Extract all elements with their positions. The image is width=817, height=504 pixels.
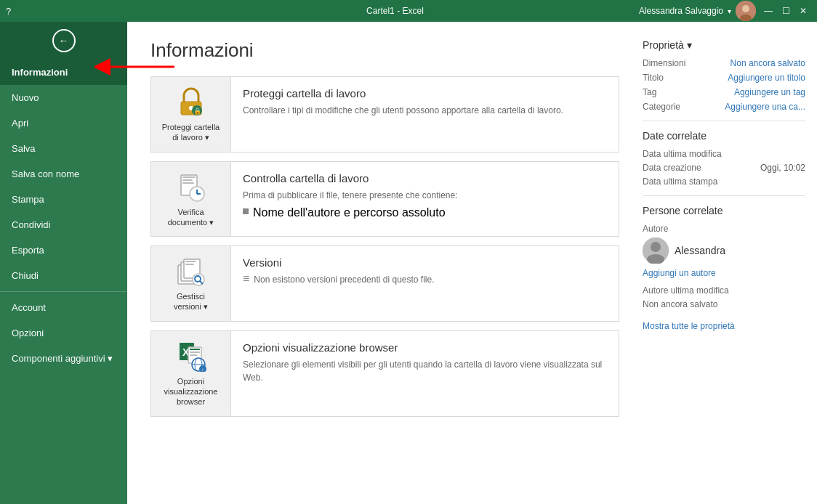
- window-title: Cartel1 - Excel: [151, 6, 639, 16]
- svg-point-37: [651, 242, 661, 252]
- prop-dimensioni: Dimensioni Non ancora salvato: [643, 58, 805, 68]
- card-controlla-bullet: Nome dell'autore e percorso assoluto: [243, 206, 607, 219]
- card-versioni-title: Versioni: [243, 256, 607, 269]
- author-label: Autore: [643, 224, 668, 234]
- card-proteggi-button[interactable]: 🔒 Proteggi cartelladi lavoro ▾: [151, 77, 231, 152]
- card-controlla-label: Verificadocumento ▾: [168, 207, 214, 228]
- svg-rect-19: [185, 261, 196, 262]
- date-creazione-label: Data creazione: [643, 163, 701, 173]
- date-ultima-modifica: Data ultima modifica: [643, 149, 805, 159]
- card-controlla: Verificadocumento ▾ Controlla cartella d…: [150, 161, 619, 237]
- svg-text:🔒: 🔒: [193, 107, 201, 115]
- svg-text:i: i: [202, 367, 203, 372]
- sidebar-item-nuovo[interactable]: Nuovo: [0, 85, 127, 110]
- sidebar-divider: [0, 291, 127, 292]
- author-label-row: Autore: [643, 224, 805, 234]
- prop-titolo-label: Titolo: [643, 73, 701, 83]
- prop-categorie: Categorie Aggiungere una ca...: [643, 102, 805, 112]
- date-ultima-stampa-label: Data ultima stampa: [643, 176, 717, 187]
- sidebar-item-account[interactable]: Account: [0, 295, 127, 320]
- card-versioni-button[interactable]: Gestisciversioni ▾: [151, 246, 231, 321]
- annotation-arrow: [94, 52, 182, 84]
- card-browser-button[interactable]: X i Opzioni visua: [151, 331, 231, 416]
- card-versioni-label: Gestisciversioni ▾: [174, 291, 208, 312]
- svg-rect-12: [182, 182, 194, 184]
- card-proteggi-desc: Controllare i tipi di modifiche che gli …: [243, 104, 607, 117]
- sidebar-item-opzioni[interactable]: Opzioni: [0, 320, 127, 346]
- avatar-image: [736, 1, 756, 21]
- show-all-properties-link[interactable]: Mostra tutte le proprietà: [643, 321, 735, 331]
- add-author-link[interactable]: Aggiungi un autore: [643, 268, 805, 278]
- prop-categorie-label: Categorie: [643, 102, 701, 112]
- properties-section-title: Proprietà ▾: [643, 39, 805, 51]
- prop-dimensioni-label: Dimensioni: [643, 58, 701, 68]
- minimize-button[interactable]: —: [760, 3, 776, 19]
- svg-rect-10: [182, 176, 196, 178]
- sidebar-item-stampa[interactable]: Stampa: [0, 187, 127, 212]
- show-all-section: Mostra tutte le proprietà: [643, 318, 805, 331]
- last-modified-label: Autore ultima modifica: [643, 285, 729, 296]
- svg-rect-20: [185, 264, 194, 265]
- card-browser: X i Opzioni visua: [150, 330, 619, 417]
- bullet-icon: [243, 208, 249, 214]
- sidebar-nav: Informazioni Nuovo Apri Salva Salva con …: [0, 60, 127, 504]
- maximize-button[interactable]: ☐: [778, 3, 794, 19]
- prop-titolo: Titolo Aggiungere un titolo: [643, 73, 805, 83]
- check-document-icon: [175, 171, 207, 203]
- sidebar-item-chiudi[interactable]: Chiudi: [0, 263, 127, 288]
- prop-dimensioni-value[interactable]: Non ancora salvato: [701, 58, 805, 68]
- panel-divider-2: [643, 195, 805, 196]
- author-row: Alessandra: [643, 237, 805, 264]
- close-button[interactable]: ✕: [795, 3, 811, 19]
- sidebar-item-salva[interactable]: Salva: [0, 136, 127, 161]
- panel-divider-1: [643, 121, 805, 121]
- prop-categorie-value[interactable]: Aggiungere una ca...: [701, 102, 805, 112]
- prop-tag-value[interactable]: Aggiungere un tag: [701, 87, 805, 97]
- back-icon: ←: [52, 29, 76, 52]
- svg-point-1: [742, 5, 749, 12]
- sidebar-item-condividi[interactable]: Condividi: [0, 212, 127, 237]
- browser-icon: X i: [175, 340, 207, 372]
- date-ultima-modifica-label: Data ultima modifica: [643, 149, 722, 159]
- card-controlla-desc: Prima di pubblicare il file, tenere pres…: [243, 189, 607, 202]
- svg-rect-28: [190, 351, 200, 353]
- card-browser-title: Opzioni visualizzazione browser: [243, 341, 607, 354]
- user-dropdown-icon[interactable]: ▾: [728, 7, 731, 15]
- sidebar-item-salva-con-nome[interactable]: Salva con nome: [0, 161, 127, 187]
- window-controls: — ☐ ✕: [760, 3, 811, 19]
- prop-tag: Tag Aggiungere un tag: [643, 87, 805, 97]
- sidebar-item-esporta[interactable]: Esporta: [0, 237, 127, 263]
- card-browser-content: Opzioni visualizzazione browser Selezion…: [231, 331, 619, 394]
- help-button[interactable]: ?: [6, 6, 11, 17]
- author-info: Alessandra: [675, 245, 725, 256]
- author-name: Alessandra: [675, 245, 725, 256]
- card-browser-desc: Selezionare gli elementi visibili per gl…: [243, 358, 607, 384]
- sidebar: ← Informazioni Nuovo Apri Salva Salva co…: [0, 22, 127, 504]
- content-area: Informazioni 🔒 Proteggi cartelladi lavor…: [127, 22, 643, 504]
- right-panel: Proprietà ▾ Dimensioni Non ancora salvat…: [643, 22, 817, 504]
- user-name-label: Alessandra Salvaggio: [639, 6, 723, 16]
- date-creazione: Data creazione Oggi, 10:02: [643, 163, 805, 173]
- persons-section-title: Persone correlate: [643, 205, 805, 216]
- user-avatar[interactable]: [736, 1, 756, 21]
- sidebar-item-componenti[interactable]: Componenti aggiuntivi ▾: [0, 346, 127, 371]
- card-proteggi-content: Proteggi cartella di lavoro Controllare …: [231, 77, 619, 127]
- last-modified-section: Autore ultima modifica Non ancora salvat…: [643, 285, 805, 309]
- card-versioni-desc: ≡ Non esistono versioni precedenti di qu…: [243, 273, 607, 286]
- card-proteggi-title: Proteggi cartella di lavoro: [243, 87, 607, 99]
- last-modified-label-row: Autore ultima modifica: [643, 285, 805, 296]
- card-controlla-content: Controlla cartella di lavoro Prima di pu…: [231, 162, 619, 229]
- versions-icon: [175, 255, 207, 287]
- sidebar-item-apri[interactable]: Apri: [0, 110, 127, 136]
- card-proteggi-label: Proteggi cartelladi lavoro ▾: [162, 122, 220, 143]
- author-avatar: [643, 237, 669, 264]
- card-controlla-button[interactable]: Verificadocumento ▾: [151, 162, 231, 237]
- svg-rect-29: [190, 354, 197, 356]
- card-versioni: Gestisciversioni ▾ Versioni ≡ Non esisto…: [150, 245, 619, 322]
- lock-icon: 🔒: [175, 86, 207, 118]
- prop-titolo-value[interactable]: Aggiungere un titolo: [701, 73, 805, 83]
- prop-tag-label: Tag: [643, 87, 701, 97]
- date-creazione-value: Oggi, 10:02: [760, 163, 805, 173]
- last-modified-value: Non ancora salvato: [643, 299, 805, 309]
- svg-rect-27: [190, 349, 200, 350]
